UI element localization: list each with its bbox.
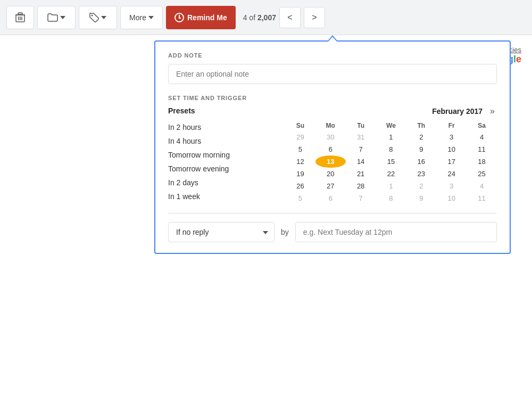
calendar-cell[interactable]: 26	[285, 180, 315, 192]
calendar-cell[interactable]: 10	[436, 192, 467, 204]
prev-icon: <	[287, 13, 292, 22]
calendar-cell[interactable]: 12	[285, 155, 315, 168]
calendar-header: February 2017 »	[285, 106, 497, 116]
calendar-cell[interactable]: 30	[315, 131, 346, 143]
calendar-cell[interactable]: 1	[376, 131, 406, 143]
day-th: Th	[406, 120, 436, 131]
folder-icon	[47, 13, 58, 22]
day-fr: Fr	[436, 120, 467, 131]
calendar-cell[interactable]: 2	[406, 180, 436, 192]
remind-me-label: Remind Me	[187, 13, 227, 22]
day-su: Su	[285, 120, 315, 131]
calendar-month: February 2017	[432, 107, 483, 116]
note-input[interactable]	[168, 64, 497, 84]
folder-chevron-icon	[60, 16, 65, 19]
calendar-cell[interactable]: 13	[315, 155, 346, 168]
calendar-cell[interactable]: 3	[436, 180, 467, 192]
next-icon: >	[312, 13, 317, 22]
calendar-cell[interactable]: 11	[467, 192, 497, 204]
tag-button[interactable]	[79, 6, 117, 29]
calendar-row: 2627281234	[285, 180, 497, 192]
more-chevron-icon	[148, 16, 154, 19]
calendar-cell[interactable]: 31	[346, 131, 376, 143]
calendar-row: 19202122232425	[285, 168, 497, 180]
calendar-cell[interactable]: 2	[406, 131, 436, 143]
more-button[interactable]: More	[120, 6, 163, 29]
clock-icon	[174, 13, 184, 22]
calendar-row: 2930311234	[285, 131, 497, 143]
bottom-row: If no reply If not opened Always by	[168, 213, 497, 242]
preset-tomorrow-morning[interactable]: Tomorrow morning	[168, 148, 275, 162]
counter-total: 2,007	[257, 13, 276, 22]
calendar-cell[interactable]: 10	[436, 143, 467, 155]
tag-chevron-icon	[101, 16, 106, 19]
calendar-cell[interactable]: 27	[315, 180, 346, 192]
calendar-cell[interactable]: 9	[406, 143, 436, 155]
day-we: We	[376, 120, 406, 131]
calendar-cell[interactable]: 18	[467, 155, 497, 168]
calendar-cell[interactable]: 4	[467, 131, 497, 143]
set-time-label: SET TIME AND TRIGGER	[168, 95, 497, 101]
calendar-cell[interactable]: 1	[376, 180, 406, 192]
calendar-cell[interactable]: 5	[285, 143, 315, 155]
prev-email-button[interactable]: <	[279, 7, 301, 28]
calendar-cell[interactable]: 6	[315, 143, 346, 155]
preset-in-2-days[interactable]: In 2 days	[168, 176, 275, 190]
date-input[interactable]	[295, 222, 497, 242]
calendar-body: 2930311234567891011121314151617181920212…	[285, 131, 497, 204]
calendar-cell[interactable]: 17	[436, 155, 467, 168]
next-email-button[interactable]: >	[304, 7, 325, 28]
add-note-label: ADD NOTE	[168, 52, 497, 59]
preset-in-2-hours[interactable]: In 2 hours	[168, 120, 275, 134]
svg-rect-5	[18, 13, 22, 14]
calendar-cell[interactable]: 9	[406, 192, 436, 204]
calendar-next-button[interactable]: »	[488, 106, 497, 116]
trigger-select[interactable]: If no reply If not opened Always	[168, 222, 275, 242]
calendar-cell[interactable]: 28	[346, 180, 376, 192]
remind-me-popup: ADD NOTE SET TIME AND TRIGGER Presets In…	[154, 40, 511, 254]
calendar-cell[interactable]: 25	[467, 168, 497, 180]
calendar-row: 12131415161718	[285, 155, 497, 168]
calendar-row: 567891011	[285, 192, 497, 204]
calendar-cell[interactable]: 5	[285, 192, 315, 204]
preset-in-4-hours[interactable]: In 4 hours	[168, 134, 275, 148]
delete-button[interactable]	[6, 6, 34, 29]
calendar-cell[interactable]: 29	[285, 131, 315, 143]
tag-icon	[89, 13, 99, 22]
calendar-cell[interactable]: 7	[346, 143, 376, 155]
calendar-cell[interactable]: 21	[346, 168, 376, 180]
calendar-cell[interactable]: 14	[346, 155, 376, 168]
calendar-cell[interactable]: 7	[346, 192, 376, 204]
calendar-cell[interactable]: 3	[436, 131, 467, 143]
day-tu: Tu	[346, 120, 376, 131]
calendar-column: February 2017 » Su Mo Tu We Th Fr	[285, 106, 497, 204]
set-time-trigger-section: SET TIME AND TRIGGER Presets In 2 hours …	[168, 95, 497, 204]
calendar-cell[interactable]: 8	[376, 192, 406, 204]
calendar-cell[interactable]: 11	[467, 143, 497, 155]
calendar-cell[interactable]: 22	[376, 168, 406, 180]
calendar-cell[interactable]: 16	[406, 155, 436, 168]
day-sa: Sa	[467, 120, 497, 131]
presets-title: Presets	[168, 106, 275, 115]
calendar-cell[interactable]: 19	[285, 168, 315, 180]
counter-prefix: 4 of	[243, 13, 257, 22]
toolbar: More Remind Me 4 of 2,007 < >	[0, 0, 532, 35]
email-counter: 4 of 2,007	[243, 13, 276, 22]
calendar-cell[interactable]: 20	[315, 168, 346, 180]
trigger-select-wrapper: If no reply If not opened Always	[168, 222, 275, 242]
calendar-cell[interactable]: 23	[406, 168, 436, 180]
calendar-days-header: Su Mo Tu We Th Fr Sa	[285, 120, 497, 131]
calendar-cell[interactable]: 15	[376, 155, 406, 168]
preset-in-1-week[interactable]: In 1 week	[168, 190, 275, 203]
calendar-cell[interactable]: 4	[467, 180, 497, 192]
calendar-cell[interactable]: 6	[315, 192, 346, 204]
trash-icon	[15, 12, 25, 23]
preset-tomorrow-evening[interactable]: Tomorrow evening	[168, 162, 275, 176]
calendar-cell[interactable]: 8	[376, 143, 406, 155]
calendar-grid: Su Mo Tu We Th Fr Sa 2930311234567891011…	[285, 120, 497, 204]
calendar-cell[interactable]: 24	[436, 168, 467, 180]
svg-point-6	[92, 14, 93, 16]
calendar-row: 567891011	[285, 143, 497, 155]
folder-button[interactable]	[37, 6, 76, 29]
remind-me-button[interactable]: Remind Me	[166, 6, 236, 29]
